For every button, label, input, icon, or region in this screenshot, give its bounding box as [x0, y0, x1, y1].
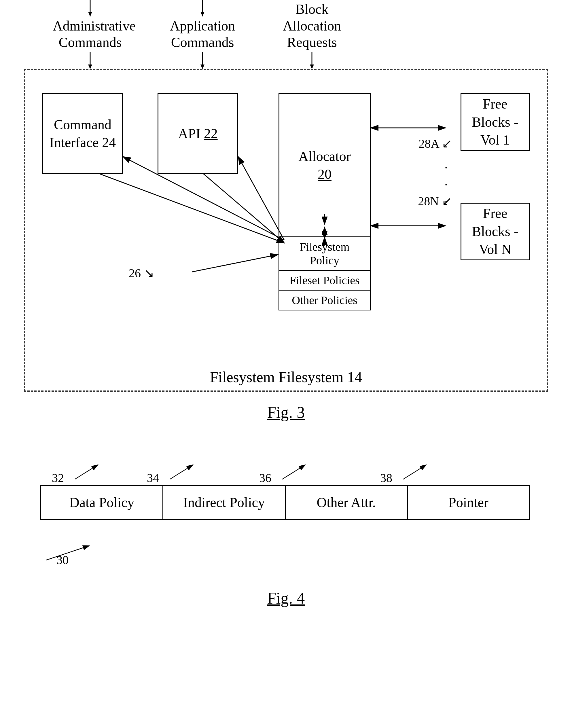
command-interface-box: Command Interface 24 — [42, 93, 123, 174]
page: Administrative Commands Application Comm… — [0, 0, 572, 728]
top-labels-row: Administrative Commands Application Comm… — [24, 11, 548, 69]
svg-text:38: 38 — [380, 471, 392, 485]
fig4-note-arrow-svg — [40, 543, 98, 566]
svg-line-21 — [238, 157, 284, 240]
policy-filesystem: Filesystem Policy — [279, 237, 371, 271]
free-blocks-vol1-box: Free Blocks - Vol 1 — [460, 93, 530, 151]
fig4-ref-arrows: 32 34 36 38 — [40, 456, 530, 485]
policy-stack: Filesystem Policy Fileset Policies Other… — [279, 237, 371, 310]
svg-line-29 — [170, 465, 193, 479]
fig3-caption: Fig. 3 — [24, 403, 548, 422]
free-blocks-voln-box: Free Blocks - Vol N — [460, 203, 530, 260]
fig4-cell-indirect-policy: Indirect Policy — [163, 485, 285, 520]
svg-text:36: 36 — [259, 471, 271, 485]
filesystem-label: Filesystem Filesystem 14 — [25, 369, 547, 388]
fig4-note-30: 30 — [40, 543, 549, 566]
label-administrative-commands: Administrative Commands — [53, 0, 128, 69]
fig4-cell-other-attr: Other Attr. — [286, 485, 408, 520]
label-28a: 28A ↙ — [419, 137, 452, 151]
label-block-allocation: Block Allocation Requests — [269, 0, 355, 69]
policy-fileset: Fileset Policies — [279, 270, 371, 291]
svg-line-31 — [282, 465, 305, 479]
fig4-caption: Fig. 4 — [23, 589, 549, 607]
svg-line-19 — [204, 174, 284, 243]
label-application-commands: Application Commands — [165, 0, 240, 69]
fig4-cell-data-policy: Data Policy — [40, 485, 163, 520]
allocator-box: Allocator 20 — [279, 93, 371, 237]
allocator-label: Allocator 20 — [298, 147, 351, 184]
policy-other: Other Policies — [279, 290, 371, 310]
api-label: API 22 — [178, 125, 217, 143]
inner-layout: Command Interface 24 API 22 Allocator 20… — [25, 70, 547, 364]
label-26: 26 ↘ — [129, 266, 154, 280]
svg-marker-14 — [310, 65, 314, 69]
label-28n: 28N ↙ — [418, 194, 452, 208]
fig4-table: Data Policy Indirect Policy Other Attr. … — [40, 485, 530, 520]
svg-line-27 — [75, 465, 98, 479]
fig4-cell-pointer: Pointer — [408, 485, 530, 520]
svg-text:32: 32 — [52, 471, 64, 485]
svg-text:34: 34 — [147, 471, 159, 485]
figure3: Administrative Commands Application Comm… — [24, 11, 548, 422]
svg-marker-9 — [201, 65, 205, 69]
filesystem-box: Command Interface 24 API 22 Allocator 20… — [24, 69, 548, 392]
svg-line-33 — [403, 465, 426, 479]
api-box: API 22 — [157, 93, 238, 174]
fig4-ref-labels: 32 34 36 38 — [40, 456, 549, 485]
svg-line-26 — [192, 254, 278, 272]
figure4: 32 34 36 38 Data Policy — [23, 456, 549, 607]
svg-line-18 — [100, 174, 284, 243]
svg-marker-4 — [88, 65, 92, 69]
